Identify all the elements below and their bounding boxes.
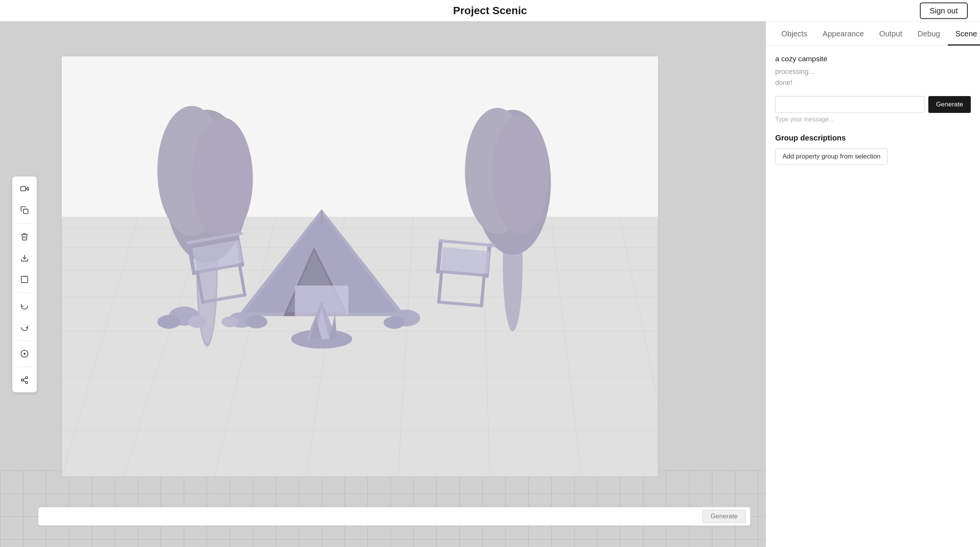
page-title: Project Scenic <box>453 5 527 17</box>
add-property-group-button[interactable]: Add property group from selection <box>775 149 888 165</box>
copy-button[interactable] <box>15 201 34 219</box>
svg-point-54 <box>157 315 180 329</box>
toolbar-left <box>12 176 37 392</box>
svg-point-60 <box>384 317 405 329</box>
tab-output[interactable]: Output <box>872 22 910 46</box>
group-descriptions-title: Group descriptions <box>775 134 971 142</box>
svg-rect-62 <box>23 209 28 214</box>
generate-row: Generate <box>775 96 971 113</box>
toolbar-divider-1 <box>17 223 32 224</box>
chat-status-processing: processing... done! <box>775 66 971 88</box>
toolbar-divider-3 <box>17 340 32 341</box>
svg-point-55 <box>188 316 207 328</box>
svg-point-69 <box>26 381 28 384</box>
svg-point-21 <box>192 118 253 240</box>
bottom-bar: Generate <box>38 507 750 526</box>
svg-point-25 <box>492 116 549 234</box>
frame-button[interactable] <box>15 270 34 289</box>
undo-button[interactable] <box>15 297 34 315</box>
chat-user-message: a cozy campsite <box>775 55 971 63</box>
download-button[interactable] <box>15 249 34 267</box>
tab-scene[interactable]: Scene <box>948 22 980 46</box>
scene-svg <box>62 56 658 477</box>
bottom-generate-button[interactable]: Generate <box>702 510 746 523</box>
header: Project Scenic Sign out <box>0 0 980 21</box>
generate-button[interactable]: Generate <box>928 96 971 113</box>
redo-button[interactable] <box>15 318 34 336</box>
main-layout: Generate Objects Appearance Output Debug… <box>0 21 980 547</box>
svg-rect-52 <box>441 247 490 274</box>
right-panel: Objects Appearance Output Debug Scene a … <box>766 21 980 547</box>
svg-point-68 <box>21 379 24 381</box>
play-button[interactable] <box>15 345 34 363</box>
toolbar-divider-4 <box>17 367 32 367</box>
bottom-prompt-input[interactable] <box>43 513 699 521</box>
svg-marker-66 <box>24 352 26 355</box>
scene-prompt-input[interactable] <box>775 96 924 113</box>
input-hint: Type your message... <box>775 116 971 123</box>
tab-objects[interactable]: Objects <box>774 22 815 46</box>
svg-line-71 <box>23 378 26 379</box>
share-button[interactable] <box>15 371 34 389</box>
sign-out-button[interactable]: Sign out <box>920 2 968 19</box>
svg-rect-64 <box>21 276 28 282</box>
panel-content: a cozy campsite processing... done! Gene… <box>766 46 980 547</box>
video-camera-button[interactable] <box>15 180 34 198</box>
canvas-area[interactable]: Generate <box>0 21 766 547</box>
svg-point-58 <box>222 317 238 327</box>
svg-line-70 <box>23 380 26 382</box>
svg-rect-61 <box>21 186 26 191</box>
scene-viewport[interactable] <box>61 56 658 477</box>
tab-appearance[interactable]: Appearance <box>815 22 872 46</box>
chat-messages: a cozy campsite processing... done! <box>775 55 971 88</box>
tab-debug[interactable]: Debug <box>910 22 948 46</box>
trash-button[interactable] <box>15 227 34 246</box>
svg-rect-0 <box>62 217 658 477</box>
toolbar-divider-2 <box>17 292 32 293</box>
svg-point-57 <box>246 315 268 328</box>
svg-point-67 <box>26 376 28 379</box>
panel-tabs: Objects Appearance Output Debug Scene <box>766 21 980 46</box>
